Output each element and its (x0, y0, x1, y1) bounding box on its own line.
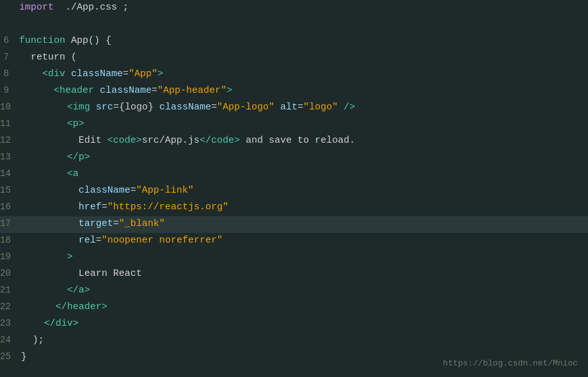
line-number: 10 (0, 100, 21, 114)
code-line: 19 > (0, 250, 588, 266)
line-content: </p> (21, 150, 583, 165)
line-number: 6 (0, 33, 19, 47)
line-content: Learn React (21, 266, 583, 282)
line-number: 24 (0, 333, 21, 347)
code-line: import ./App.css ; (0, 0, 588, 17)
line-number: 15 (0, 183, 21, 197)
line-content: className="App-link" (21, 183, 583, 198)
code-line: 15 className="App-link" (0, 183, 588, 200)
line-content: target="_blank" (21, 216, 583, 232)
line-content: <img src={logo} className="App-logo" alt… (21, 100, 583, 115)
code-line: 8 <div className="App"> (0, 67, 588, 83)
line-content: <a (21, 166, 583, 182)
line-number: 11 (0, 116, 21, 131)
line-number: 13 (0, 150, 21, 164)
line-content (19, 17, 583, 32)
code-line: 21 </a> (0, 283, 588, 300)
line-number: 14 (0, 166, 21, 180)
code-line: 11 <p> (0, 116, 588, 133)
code-line: 23 </div> (0, 316, 588, 333)
line-content: Edit <code>src/App.js</code> and save to… (21, 133, 583, 148)
line-number: 25 (0, 349, 21, 364)
code-line: 12 Edit <code>src/App.js</code> and save… (0, 133, 588, 150)
line-number: 7 (0, 50, 19, 64)
code-line: 24 ); (0, 333, 588, 349)
code-line: 16 href="https://reactjs.org" (0, 200, 588, 216)
line-content: function App() { (19, 33, 583, 49)
code-line: 18 rel="noopener noreferrer" (0, 233, 588, 250)
code-line: 13 </p> (0, 150, 588, 166)
line-number: 8 (0, 67, 19, 81)
line-number: 16 (0, 200, 21, 214)
code-line: 9 <header className="App-header"> (0, 83, 588, 100)
code-line: 6 function App() { (0, 33, 588, 50)
line-number: 12 (0, 133, 21, 147)
code-content: import ./App.css ; 6 function App() { 7 … (0, 0, 588, 377)
line-content: rel="noopener noreferrer" (21, 233, 583, 248)
line-content: <header className="App-header"> (19, 83, 583, 99)
line-number: 22 (0, 300, 21, 314)
code-line: 7 return ( (0, 50, 588, 67)
line-content: </header> (21, 300, 583, 315)
line-number: 23 (0, 316, 21, 330)
line-content: <p> (21, 116, 583, 132)
line-content: href="https://reactjs.org" (21, 200, 583, 215)
code-editor: import ./App.css ; 6 function App() { 7 … (0, 0, 588, 377)
line-number: 18 (0, 233, 21, 247)
line-content: > (21, 250, 583, 265)
line-content: ); (21, 333, 583, 348)
line-content: <div className="App"> (19, 67, 583, 82)
line-number: 20 (0, 266, 21, 280)
watermark: https://blog.csdn.net/Mnioc (443, 357, 578, 371)
code-line: 10 <img src={logo} className="App-logo" … (0, 100, 588, 116)
line-number: 21 (0, 283, 21, 297)
code-line: 14 <a (0, 166, 588, 183)
line-number: 17 (0, 216, 21, 230)
code-line-highlighted: 17 target="_blank" (0, 216, 588, 233)
line-number: 19 (0, 250, 21, 264)
line-number: 9 (0, 83, 19, 97)
code-line: 22 </header> (0, 300, 588, 316)
line-content: import ./App.css ; (19, 0, 583, 15)
line-content: </a> (21, 283, 583, 298)
line-content: return ( (19, 50, 583, 65)
code-line (0, 17, 588, 33)
code-line: 20 Learn React (0, 266, 588, 283)
line-content: </div> (21, 316, 583, 332)
